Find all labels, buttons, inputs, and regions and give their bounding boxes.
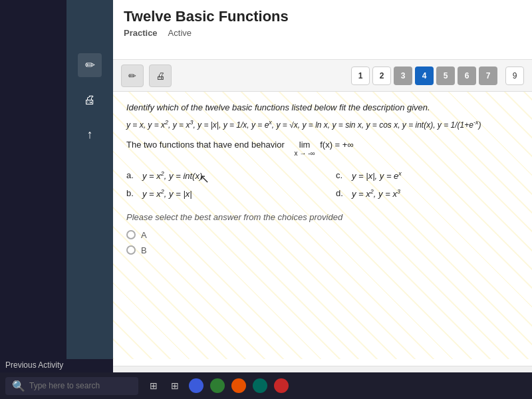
print-icon[interactable]: 🖨 (78, 88, 102, 112)
answer-c-text: y = |x|, y = ex (352, 170, 402, 181)
limit-description: The two functions that have end behavior… (126, 140, 519, 157)
radio-circle-a[interactable] (126, 230, 136, 239)
answers-grid: a. y = x2, y = int(x) c. y = |x|, y = ex… (126, 170, 519, 199)
answer-d[interactable]: d. y = x2, y = x3 (336, 188, 519, 199)
taskbar-windows-icon[interactable]: ⊞ (146, 378, 161, 393)
function-list: y = x, y = x2, y = x3, y = |x|, y = 1/x,… (126, 118, 519, 132)
taskbar-grid-icon[interactable]: ⊞ (168, 378, 182, 393)
answer-d-label: d. (336, 188, 346, 198)
answer-a-label: a. (126, 170, 137, 180)
question-btn-1[interactable]: 1 (351, 66, 370, 85)
radio-label-a: A (141, 230, 147, 240)
app-header: Twelve Basic Functions Practice Active (113, 0, 532, 60)
answer-b-label: b. (126, 188, 137, 198)
answer-a-text: y = x2, y = int(x) (142, 170, 202, 181)
radio-group: A B (126, 230, 519, 255)
answer-b-text: y = x2, y = |x| (142, 188, 192, 199)
answer-d-text: y = x2, y = x3 (352, 188, 400, 199)
answer-b[interactable]: b. y = x2, y = |x| (126, 188, 309, 199)
answer-a[interactable]: a. y = x2, y = int(x) (126, 170, 309, 181)
taskbar-search-input[interactable] (29, 381, 132, 390)
sidebar: ✏ 🖨 ↑ (66, 0, 113, 359)
radio-option-b[interactable]: B (126, 245, 519, 255)
taskbar-mail-icon[interactable] (210, 378, 225, 393)
taskbar-chrome-icon[interactable] (189, 378, 203, 393)
question-btn-4[interactable]: 4 (415, 66, 434, 85)
subtitle-practice: Practice (124, 28, 158, 38)
taskbar: 🔍 ⊞ ⊞ (0, 372, 532, 399)
question-box: Identify which of the twelve basic funct… (113, 92, 532, 277)
question-instruction: Identify which of the twelve basic funct… (126, 102, 519, 112)
taskbar-app-icon[interactable] (253, 378, 267, 393)
up-arrow-icon[interactable]: ↑ (78, 122, 102, 146)
question-btn-6[interactable]: 6 (458, 66, 476, 85)
radio-circle-b[interactable] (126, 245, 136, 255)
taskbar-folder-icon[interactable] (231, 378, 246, 393)
taskbar-search-icon: 🔍 (12, 380, 25, 392)
question-btn-7[interactable]: 7 (479, 66, 497, 85)
question-btn-last[interactable]: 9 (505, 66, 524, 85)
previous-activity-label: Previous Activity (0, 359, 68, 371)
question-nav: 1 2 3 4 5 6 7 9 (351, 66, 524, 85)
app-title: Twelve Basic Functions (124, 8, 521, 25)
radio-label-b: B (141, 245, 147, 255)
pencil-icon[interactable]: ✏ (78, 53, 102, 77)
toolbar: ✏ 🖨 1 2 3 4 5 6 7 9 (113, 60, 532, 92)
taskbar-browser-icon[interactable] (274, 378, 289, 393)
content-area: Identify which of the twelve basic funct… (113, 92, 532, 399)
taskbar-icons: ⊞ ⊞ (146, 378, 289, 393)
toolbar-print-button[interactable]: 🖨 (149, 65, 172, 87)
answer-c[interactable]: c. y = |x|, y = ex (336, 170, 519, 181)
question-btn-5[interactable]: 5 (436, 66, 455, 85)
taskbar-search[interactable]: 🔍 (5, 377, 138, 395)
question-btn-3[interactable]: 3 (394, 66, 412, 85)
select-prompt: Please select the best answer from the c… (126, 212, 519, 222)
radio-option-a[interactable]: A (126, 230, 519, 240)
question-btn-2[interactable]: 2 (372, 66, 391, 85)
toolbar-pencil-button[interactable]: ✏ (121, 65, 144, 87)
subtitle-active: Active (168, 28, 192, 38)
answer-c-label: c. (336, 170, 346, 180)
